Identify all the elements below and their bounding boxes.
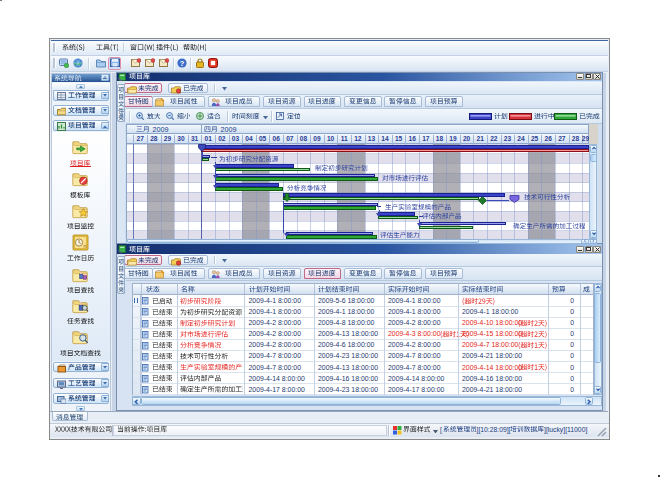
- svg-text:?: ?: [179, 58, 184, 67]
